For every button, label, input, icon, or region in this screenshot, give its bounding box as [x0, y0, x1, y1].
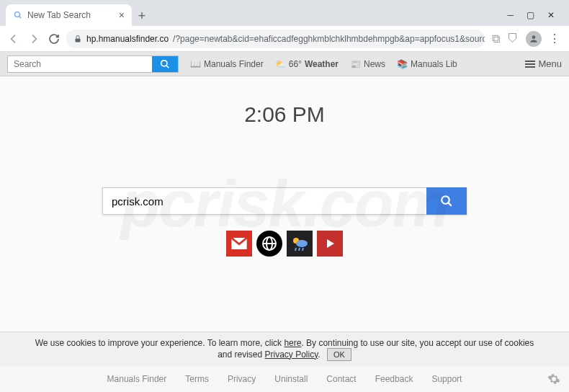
reload-icon[interactable]: [46, 31, 62, 47]
page-toolbar: 📖 Manuals Finder ⛅ 66° Weather 📰 News 📚 …: [0, 52, 569, 76]
lock-icon: [73, 35, 82, 43]
toolbar-search: [7, 55, 179, 73]
back-icon[interactable]: [6, 31, 22, 47]
svg-line-1: [19, 17, 22, 19]
svg-line-15: [299, 248, 300, 251]
main-search-button[interactable]: [426, 187, 467, 215]
news-link[interactable]: 📰 News: [350, 59, 385, 69]
book-icon: 📖: [190, 59, 201, 69]
svg-line-14: [295, 248, 296, 251]
page-footer: Manuals Finder Terms Privacy Uninstall C…: [0, 366, 569, 392]
footer-link[interactable]: Privacy: [228, 374, 256, 384]
browser-addressbar: hp.hmanualsfinder.co/?page=newtab&cid=eh…: [0, 26, 569, 52]
url-host: hp.hmanualsfinder.co: [86, 34, 169, 44]
search-icon: [13, 10, 23, 20]
youtube-tile[interactable]: [317, 231, 343, 257]
new-tab-button[interactable]: +: [132, 6, 152, 26]
cookie-ok-button[interactable]: OK: [327, 348, 351, 361]
extension-icon[interactable]: ⧉: [492, 32, 500, 45]
footer-link[interactable]: Support: [431, 374, 462, 384]
svg-line-7: [448, 202, 452, 206]
main-search-input[interactable]: [102, 187, 426, 215]
toolbar-search-input[interactable]: [8, 56, 152, 72]
minimize-icon[interactable]: ─: [507, 10, 514, 20]
svg-line-16: [303, 248, 303, 251]
svg-point-3: [532, 35, 536, 39]
svg-point-13: [296, 240, 308, 247]
shield-icon[interactable]: ⛉: [507, 32, 519, 45]
main-search: [102, 187, 467, 215]
footer-link[interactable]: Uninstall: [274, 374, 308, 384]
url-path: /?page=newtab&cid=ehaficcadfegghkmblchkl…: [173, 34, 485, 44]
news-icon: 📰: [350, 59, 361, 69]
privacy-policy-link[interactable]: Privacy Policy: [265, 349, 318, 360]
cloud-icon: ⛅: [275, 59, 286, 69]
books-icon: 📚: [397, 59, 408, 69]
kebab-menu-icon[interactable]: ⋮: [549, 32, 560, 45]
hamburger-icon: [525, 61, 535, 68]
gear-icon[interactable]: [547, 373, 560, 386]
clock: 2:06 PM: [244, 102, 325, 127]
svg-point-6: [442, 196, 449, 204]
browser-titlebar: New Tab Search × + ─ ▢ ✕: [0, 0, 569, 26]
close-icon[interactable]: ×: [119, 9, 125, 21]
forward-icon[interactable]: [26, 31, 42, 47]
news-tile[interactable]: [256, 231, 282, 257]
svg-marker-17: [327, 239, 334, 248]
quick-tiles: [226, 231, 343, 257]
gmail-tile[interactable]: [226, 231, 252, 257]
window-controls: ─ ▢ ✕: [507, 10, 563, 26]
maximize-icon[interactable]: ▢: [527, 10, 534, 20]
profile-avatar[interactable]: [526, 31, 542, 47]
weather-link[interactable]: ⛅ 66° Weather: [275, 59, 339, 69]
svg-point-4: [161, 60, 167, 66]
footer-link[interactable]: Contact: [326, 374, 356, 384]
toolbar-search-button[interactable]: [152, 56, 178, 72]
tab-title: New Tab Search: [27, 10, 91, 20]
url-bar[interactable]: hp.hmanualsfinder.co/?page=newtab&cid=eh…: [66, 30, 485, 48]
hamburger-menu[interactable]: Menu: [525, 58, 562, 69]
cookie-here-link[interactable]: here: [284, 338, 301, 348]
manuals-finder-link[interactable]: 📖 Manuals Finder: [190, 59, 264, 69]
svg-point-0: [15, 12, 20, 17]
svg-rect-2: [76, 38, 81, 42]
page-main: pcrisk.com 2:06 PM: [0, 76, 569, 331]
close-window-icon[interactable]: ✕: [547, 10, 555, 20]
manuals-lib-link[interactable]: 📚 Manuals Lib: [397, 59, 457, 69]
browser-tab[interactable]: New Tab Search ×: [6, 4, 132, 26]
svg-line-5: [166, 65, 169, 68]
weather-tile[interactable]: [287, 231, 313, 257]
footer-link[interactable]: Feedback: [375, 374, 413, 384]
cookie-notice: We use cookies to improve your experienc…: [0, 331, 569, 366]
footer-link[interactable]: Terms: [185, 374, 209, 384]
footer-link[interactable]: Manuals Finder: [107, 374, 167, 384]
